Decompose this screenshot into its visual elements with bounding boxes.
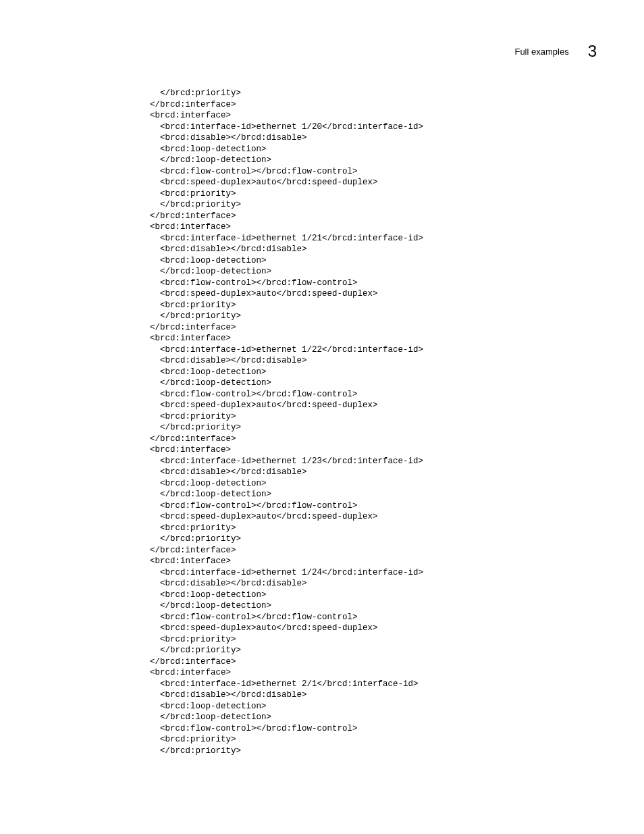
page-header: Full examples 3 (514, 42, 597, 61)
header-number: 3 (588, 42, 597, 61)
xml-code-block: </brcd:priority> </brcd:interface> <brcd… (150, 88, 423, 756)
header-title: Full examples (514, 47, 568, 57)
